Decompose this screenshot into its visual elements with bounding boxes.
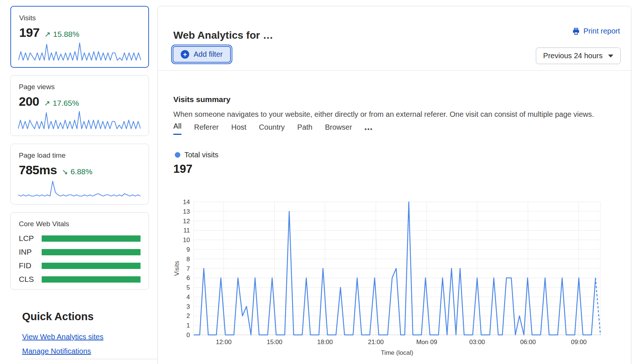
vital-score-bar [42,235,141,242]
metric-card-page-load-time[interactable]: Page load time 785ms ↘6.88% [10,144,149,204]
sparkline-chart [18,41,141,62]
svg-text:14: 14 [183,199,190,206]
vital-row-inp: INP [19,248,141,256]
x-axis-title: Time (local) [381,349,413,356]
svg-text:18:00: 18:00 [317,339,333,346]
vital-row-cls: CLS [19,275,141,284]
vital-label: LCP [19,234,42,243]
tab-path[interactable]: Path [297,123,312,135]
chart-axis-labels: 0123456789101112131412:0015:0018:0021:00… [173,199,587,356]
vital-score-bar [42,263,141,269]
web-analytics-page: Visits 197 ↗15.88% Page views 200 ↗17.65… [0,0,638,364]
add-filter-label: Add filter [194,50,223,59]
sparkline-chart [18,178,141,199]
metric-value: 200 [19,94,39,109]
svg-text:06:00: 06:00 [520,339,536,346]
time-range-value: Previous 24 hours [543,52,603,60]
trend-percent: 17.65% [53,99,79,108]
metrics-sidebar: Visits 197 ↗15.88% Page views 200 ↗17.65… [10,0,149,364]
svg-text:2: 2 [187,312,190,319]
trend-badge: ↗17.65% [44,99,79,108]
legend-total-visits[interactable]: Total visits [175,151,218,159]
trend-percent: 6.88% [70,167,93,176]
vital-label: FID [19,261,42,270]
svg-text:15:00: 15:00 [267,339,282,346]
chevron-down-icon [608,55,613,57]
svg-text:13: 13 [183,208,190,215]
svg-text:03:00: 03:00 [469,339,485,346]
svg-text:4: 4 [187,294,190,301]
sparkline-chart [18,109,141,131]
vital-score-bar [42,249,141,255]
card-title: Page views [19,83,141,91]
card-title: Core Web Vitals [19,220,141,228]
svg-text:5: 5 [187,284,190,291]
add-filter-button[interactable]: + Add filter [173,46,231,63]
svg-text:7: 7 [187,265,190,272]
print-report-button[interactable]: Print report [572,27,620,35]
quick-actions-title: Quick Actions [22,311,94,323]
time-range-dropdown[interactable]: Previous 24 hours [536,48,621,64]
svg-text:3: 3 [187,303,190,310]
legend-dot-icon [175,152,180,158]
svg-text:6: 6 [187,274,190,281]
svg-text:1: 1 [187,322,190,329]
vital-row-lcp: LCP [19,234,141,243]
svg-text:8: 8 [187,256,190,263]
vital-score-bar [42,276,141,283]
chart-gridlines [194,202,600,335]
svg-text:10: 10 [183,237,190,244]
trend-badge: ↗15.88% [44,30,79,39]
y-axis-title: Visits [173,261,180,276]
card-title: Visits [19,14,140,22]
trend-badge: ↘6.88% [62,167,92,176]
svg-text:0: 0 [187,332,190,339]
svg-text:12: 12 [183,218,190,225]
metric-card-page-views[interactable]: Page views 200 ↗17.65% [10,75,149,136]
metric-value: 197 [19,25,39,40]
core-web-vitals-rows: LCPINPFIDCLS [19,234,141,284]
manage-notifications-link[interactable]: Manage Notifications [22,347,91,356]
svg-text:12:00: 12:00 [216,339,232,346]
metric-card-core-web-vitals[interactable]: Core Web Vitals LCPINPFIDCLS [10,212,149,290]
tab-referer[interactable]: Referer [194,123,219,135]
visits-line-chart: 0123456789101112131412:0015:0018:0021:00… [170,177,627,364]
section-description: When someone navigates to your website, … [173,110,594,119]
trend-percent: 15.88% [53,30,79,39]
page-title: Web Analytics for … [173,29,273,41]
tab-browser[interactable]: Browser [325,123,352,135]
metric-card-visits[interactable]: Visits 197 ↗15.88% [10,6,149,68]
svg-text:09:00: 09:00 [571,339,587,346]
summary-tabs: AllRefererHostCountryPathBrowser••• [173,122,373,135]
sidebar-divider [22,359,159,359]
svg-text:Mon 09: Mon 09 [416,339,437,346]
trend-down-icon: ↘ [62,167,68,176]
svg-text:9: 9 [187,246,190,253]
printer-icon [572,27,580,35]
tabs-more-icon[interactable]: ••• [365,126,373,135]
metric-value: 785ms [19,163,57,177]
vital-label: CLS [19,275,42,284]
view-web-analytics-sites-link[interactable]: View Web Analytics sites [22,333,103,341]
vital-label: INP [19,248,42,256]
analytics-panel: Web Analytics for … Print report + Add f… [157,6,631,364]
tab-host[interactable]: Host [231,123,246,135]
header-divider [158,70,631,71]
card-title: Page load time [19,151,141,160]
vital-row-fid: FID [19,261,141,270]
section-title: Visits summary [173,95,230,104]
tab-all[interactable]: All [173,122,181,135]
plus-circle-icon: + [181,50,189,59]
trend-up-icon: ↗ [44,30,51,39]
trend-up-icon: ↗ [44,99,50,108]
svg-text:11: 11 [183,227,190,234]
total-visits-value: 197 [173,162,193,176]
tab-country[interactable]: Country [259,123,285,135]
print-report-label: Print report [583,27,620,35]
svg-text:21:00: 21:00 [368,339,384,346]
legend-label: Total visits [184,151,218,159]
